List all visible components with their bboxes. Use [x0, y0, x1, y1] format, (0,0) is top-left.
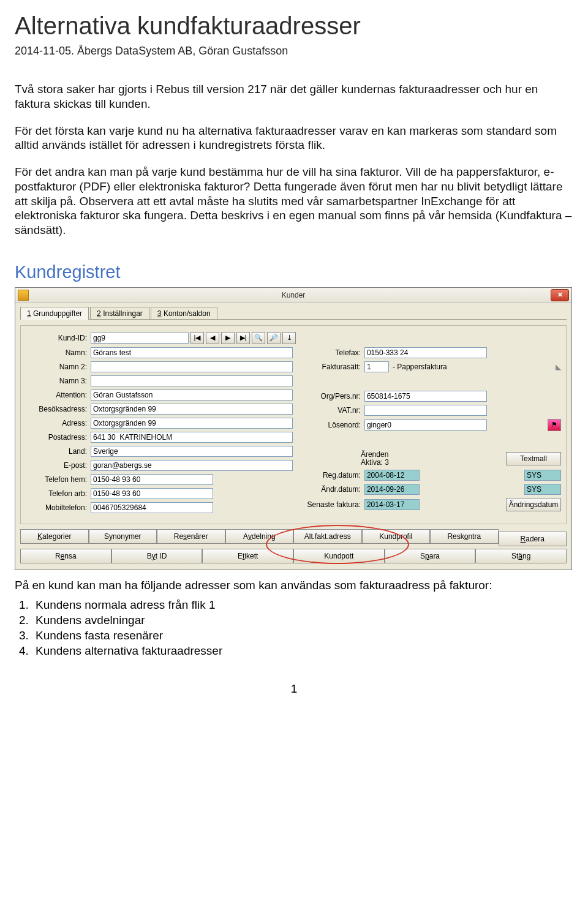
section-heading: Kundregistret: [15, 262, 573, 282]
nav-prev-icon[interactable]: ◀: [206, 332, 219, 344]
postadress-field[interactable]: [91, 432, 293, 443]
epost-field[interactable]: [91, 460, 293, 471]
telefax-field[interactable]: [364, 347, 487, 358]
tab-konton-saldon[interactable]: 3 Konton/saldon: [151, 307, 217, 320]
search-icon[interactable]: 🔍: [252, 332, 265, 344]
doc-title: Alternativa kundfakturaadresser: [15, 12, 573, 40]
attention-field[interactable]: [91, 389, 293, 401]
label-senaste: Senaste faktura:: [300, 500, 364, 509]
label-arenden: Ärenden: [361, 451, 389, 459]
download-icon[interactable]: ⤓: [282, 332, 296, 344]
label-telefax: Telefax:: [300, 348, 364, 357]
kundid-field[interactable]: [91, 333, 189, 344]
namn3-field[interactable]: [91, 375, 293, 386]
spara-button[interactable]: Spara: [385, 549, 476, 563]
label-namn2: Namn 2:: [26, 363, 91, 371]
form-panel: Kund-ID: |◀ ◀ ▶ ▶| 🔍 🔎 ⤓ Namn: Namn 2: N…: [20, 325, 567, 524]
paragraph-2: För det första kan varje kund nu ha alte…: [15, 124, 573, 153]
etikett-button[interactable]: Etikett: [202, 549, 293, 563]
label-attention: Attention:: [26, 391, 91, 399]
label-besoksadress: Besöksadress:: [26, 405, 91, 413]
label-epost: E-post:: [26, 461, 91, 470]
doc-byline: 2014-11-05. Åbergs DataSystem AB, Göran …: [15, 45, 573, 58]
label-mobil: Mobiltelefon:: [26, 503, 91, 512]
losenord-field[interactable]: [364, 419, 487, 431]
address-list: Kundens normala adress från flik 1 Kunde…: [32, 598, 573, 658]
synonymer-button[interactable]: Synonymer: [89, 529, 157, 544]
list-item: Kundens fasta resenärer: [32, 629, 573, 642]
label-telarb: Telefon arb:: [26, 489, 91, 498]
label-postadress: Postadress:: [26, 433, 91, 442]
reskontra-button[interactable]: Reskontra: [430, 529, 499, 544]
kundpott-button[interactable]: Kundpott: [293, 549, 385, 563]
nav-next-icon[interactable]: ▶: [221, 332, 235, 344]
telhem-field[interactable]: [91, 474, 213, 485]
paragraph-1: Två stora saker har gjorts i Rebus till …: [15, 82, 573, 111]
fakturasatt-code-field[interactable]: [364, 361, 389, 372]
label-namn3: Namn 3:: [26, 377, 91, 385]
fakturasatt-text: - Pappersfaktura: [393, 363, 447, 371]
page-number: 1: [15, 682, 573, 696]
flag-icon[interactable]: ⚑: [548, 419, 561, 431]
tab-grunduppgifter[interactable]: 1 Grunduppgifter: [20, 307, 89, 320]
close-button[interactable]: ✕: [551, 289, 569, 301]
orgpers-field[interactable]: [364, 391, 487, 402]
textmall-button[interactable]: Textmall: [506, 452, 561, 465]
radera-button[interactable]: Radera: [499, 532, 567, 546]
zoom-icon[interactable]: 🔎: [267, 332, 281, 344]
nav-last-icon[interactable]: ▶|: [236, 332, 250, 344]
senaste-faktura-field: 2014-03-17: [364, 499, 420, 510]
list-item: Kundens normala adress från flik 1: [32, 598, 573, 612]
label-aktiva: Aktiva: 3: [361, 459, 389, 467]
label-andrdatum: Ändr.datum:: [300, 485, 364, 494]
regdatum-by: SYS: [524, 470, 561, 481]
label-regdatum: Reg.datum:: [300, 471, 364, 480]
tab-installningar[interactable]: 2 Inställningar: [90, 307, 149, 320]
button-bar: Kategorier Synonymer Resenärer Avdelning…: [20, 529, 567, 563]
paragraph-3: För det andra kan man på varje kund best…: [15, 165, 573, 238]
tabs: 1 Grunduppgifter 2 Inställningar 3 Konto…: [15, 303, 571, 320]
after-text: På en kund kan man ha följande adresser …: [15, 579, 573, 592]
andrdatum-field: 2014-09-26: [364, 484, 420, 495]
altfaktadress-button[interactable]: Alt.fakt.adress: [293, 529, 362, 544]
rensa-button[interactable]: Rensa: [20, 549, 111, 563]
label-land: Land:: [26, 447, 91, 456]
telarb-field[interactable]: [91, 488, 213, 499]
label-namn: Namn:: [26, 348, 91, 357]
list-item: Kundens alternativa fakturaadresser: [32, 644, 573, 658]
kundprofil-button[interactable]: Kundprofil: [362, 529, 431, 544]
mobil-field[interactable]: [91, 502, 213, 513]
dropdown-icon[interactable]: ◣: [556, 363, 561, 371]
avdelning-button[interactable]: Avdelning: [225, 529, 294, 544]
label-telhem: Telefon hem:: [26, 475, 91, 484]
label-fakturasatt: Fakturasätt:: [300, 363, 364, 371]
nav-first-icon[interactable]: |◀: [190, 332, 204, 344]
vatnr-field[interactable]: [364, 405, 487, 416]
kategorier-button[interactable]: Kategorier: [20, 529, 89, 544]
namn-field[interactable]: [91, 347, 293, 358]
label-vatnr: VAT.nr:: [300, 406, 364, 415]
label-orgpers: Org/Pers.nr:: [300, 392, 364, 401]
namn2-field[interactable]: [91, 361, 293, 372]
app-icon: [18, 290, 29, 301]
stang-button[interactable]: Stäng: [475, 549, 567, 563]
window-title: Kunder: [282, 291, 306, 299]
bytid-button[interactable]: Byt ID: [111, 549, 203, 563]
andringsdatum-button[interactable]: Ändringsdatum: [506, 498, 561, 511]
titlebar: Kunder ✕: [15, 288, 571, 303]
regdatum-field: 2004-08-12: [364, 470, 420, 481]
kunder-dialog: Kunder ✕ 1 Grunduppgifter 2 Inställninga…: [15, 287, 572, 570]
list-item: Kundens avdelningar: [32, 614, 573, 627]
besoksadress-field[interactable]: [91, 404, 293, 415]
label-kundid: Kund-ID:: [26, 334, 91, 342]
land-field[interactable]: [91, 446, 293, 457]
label-losen: Lösenord:: [300, 421, 364, 429]
label-adress: Adress:: [26, 419, 91, 427]
resenarer-button[interactable]: Resenärer: [157, 529, 225, 544]
andrdatum-by: SYS: [524, 484, 561, 495]
adress-field[interactable]: [91, 418, 293, 429]
